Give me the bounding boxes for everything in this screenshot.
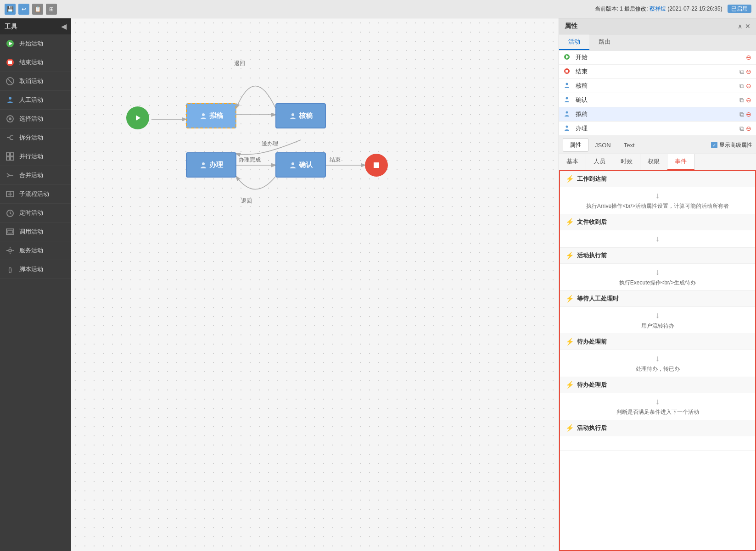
sidebar-item-label-start: 开始活动 xyxy=(19,39,43,48)
activity-nizao-delete[interactable]: ⊖ xyxy=(746,111,751,118)
svg-rect-39 xyxy=(374,162,379,168)
version-info: 当前版本: 1 最后修改: 蔡祥煜 (2021-07-22 15:26:35) … xyxy=(595,5,751,13)
sidebar-item-service[interactable]: 服务活动 xyxy=(0,241,71,260)
event-wait-manual-arrow[interactable]: ↓ xyxy=(655,311,660,320)
activity-item-end[interactable]: 结束 ⧉ ⊖ xyxy=(559,65,756,79)
sidebar-item-subprocess[interactable]: 子流程活动 xyxy=(0,185,71,204)
svg-point-38 xyxy=(291,162,294,165)
script-activity-icon: {} xyxy=(6,265,15,274)
sidebar-item-label-merge: 合并活动 xyxy=(19,171,43,179)
event-section-execute-before: ⚡ 活动执行前 ↓ 执行Execute操作<br/>生成待办 xyxy=(560,248,755,291)
sidebar-item-split[interactable]: 拆分活动 xyxy=(0,128,71,147)
activity-start-name: 开始 xyxy=(576,53,742,61)
activity-start-delete[interactable]: ⊖ xyxy=(746,54,751,61)
event-todo-after-arrow[interactable]: ↓ xyxy=(655,397,660,406)
event-execute-before-arrow[interactable]: ↓ xyxy=(655,267,660,277)
activity-queren-copy[interactable]: ⧉ xyxy=(739,96,744,104)
sidebar-item-parallel[interactable]: 并行活动 xyxy=(0,147,71,166)
sidebar-item-cancel[interactable]: 取消活动 xyxy=(0,72,71,91)
sidebar-item-call[interactable]: 调用活动 xyxy=(0,223,71,241)
activity-item-nizao[interactable]: 拟稿 ⧉ ⊖ xyxy=(559,107,756,122)
activity-hesao-delete[interactable]: ⊖ xyxy=(746,82,751,90)
service-activity-icon xyxy=(6,246,15,255)
version-author[interactable]: 蔡祥煜 xyxy=(650,6,666,12)
sidebar-item-label-cancel: 取消活动 xyxy=(19,77,43,85)
svg-line-19 xyxy=(7,175,10,177)
show-advanced-checkbox[interactable]: ✓ xyxy=(711,142,717,148)
event-arrive-before-arrow[interactable]: ↓ xyxy=(655,191,660,200)
arrow-label-jieshu: 结束 xyxy=(330,156,341,164)
tab-route[interactable]: 路由 xyxy=(589,34,620,50)
sub-tab-properties[interactable]: 属性 xyxy=(563,138,588,152)
sidebar-item-label-script: 脚本活动 xyxy=(19,265,43,273)
sidebar-item-human[interactable]: 人工活动 xyxy=(0,91,71,110)
activity-item-banli[interactable]: 办理 ⧉ ⊖ xyxy=(559,122,756,136)
close-icon[interactable]: ✕ xyxy=(745,22,750,30)
svg-rect-43 xyxy=(566,70,568,72)
activity-banli-name: 办理 xyxy=(576,124,736,133)
detail-tab-time[interactable]: 时效 xyxy=(613,154,640,170)
activity-queren-name: 确认 xyxy=(576,96,736,104)
activity-item-queren[interactable]: 确认 ⧉ ⊖ xyxy=(559,93,756,107)
sidebar-item-label-end: 结束活动 xyxy=(19,58,43,67)
collapse-icon[interactable]: ∧ xyxy=(738,22,742,30)
node-end[interactable] xyxy=(365,154,388,177)
undo-icon[interactable]: ↩ xyxy=(18,4,29,15)
tab-activity[interactable]: 活动 xyxy=(559,34,589,50)
detail-tab-staff[interactable]: 人员 xyxy=(586,154,613,170)
sidebar-item-label-split: 拆分活动 xyxy=(19,134,43,142)
event-arrive-before-desc: 执行Arrive操作<br/>活动属性设置，计算可能的活动所有者 xyxy=(586,202,729,210)
event-file-arrive-body: ↓ xyxy=(560,230,755,247)
detail-tab-basic[interactable]: 基本 xyxy=(559,154,586,170)
human-activity-icon xyxy=(6,95,15,105)
sidebar-item-script[interactable]: {} 脚本活动 xyxy=(0,260,71,279)
node-queren[interactable]: 确认 xyxy=(275,152,326,178)
activity-end-delete[interactable]: ⊖ xyxy=(746,68,751,76)
detail-tab-permission[interactable]: 权限 xyxy=(640,154,667,170)
event-file-arrive-arrow[interactable]: ↓ xyxy=(655,234,660,244)
sub-tab-text[interactable]: Text xyxy=(617,139,641,151)
show-advanced-toggle[interactable]: ✓ 显示高级属性 xyxy=(711,141,752,149)
node-start[interactable] xyxy=(126,106,149,129)
event-execute-before-desc: 执行Execute操作<br/>生成待办 xyxy=(619,279,696,287)
activity-item-start[interactable]: 开始 ⊖ xyxy=(559,50,756,65)
event-todo-before-header: ⚡ 待办处理前 xyxy=(560,334,755,350)
detail-tab-events[interactable]: 事件 xyxy=(667,154,694,170)
event-wait-manual-body: ↓ 用户流转待办 xyxy=(560,307,755,334)
svg-line-26 xyxy=(10,213,11,214)
sidebar-collapse-button[interactable]: ◀ xyxy=(61,22,67,31)
activity-banli-copy[interactable]: ⧉ xyxy=(739,125,744,133)
sidebar-item-merge[interactable]: 合并活动 xyxy=(0,166,71,185)
activity-item-hesao[interactable]: 核稿 ⧉ ⊖ xyxy=(559,79,756,93)
sub-tab-json[interactable]: JSON xyxy=(588,139,617,151)
sidebar-item-label-call: 调用活动 xyxy=(19,228,43,236)
node-banli[interactable]: 办理 xyxy=(186,152,236,178)
event-section-execute-after: ⚡ 活动执行后 xyxy=(560,420,755,451)
activity-list: 开始 ⊖ 结束 ⧉ ⊖ 核稿 xyxy=(559,50,756,136)
event-file-arrive-header: ⚡ 文件收到后 xyxy=(560,214,755,230)
activity-hesao-copy[interactable]: ⧉ xyxy=(739,82,744,90)
grid-icon[interactable]: ⊞ xyxy=(46,4,57,15)
arrow-label-tuihui1: 退回 xyxy=(234,60,245,67)
sidebar-item-select[interactable]: 选择活动 xyxy=(0,110,71,128)
activity-nizao-copy[interactable]: ⧉ xyxy=(739,111,744,118)
activity-banli-delete[interactable]: ⊖ xyxy=(746,125,751,133)
sidebar-item-timer[interactable]: 定时活动 xyxy=(0,204,71,223)
event-todo-before-arrow[interactable]: ↓ xyxy=(655,354,660,363)
lightning-icon-3: ⚡ xyxy=(566,251,574,260)
svg-point-8 xyxy=(9,117,11,120)
lightning-icon-4: ⚡ xyxy=(566,295,574,303)
save-icon[interactable]: 💾 xyxy=(5,4,16,15)
node-nizao[interactable]: 拟稿 xyxy=(186,103,236,128)
lightning-icon-7: ⚡ xyxy=(566,424,574,432)
properties-header: 属性 ∧ ✕ xyxy=(559,18,756,34)
canvas-area[interactable]: 送核稿 退回 送办理 办理完成 结束 退回 开始 拟稿 核稿 办理 确认 xyxy=(71,18,559,551)
sidebar-item-start[interactable]: 开始活动 xyxy=(0,34,71,53)
sidebar-item-end[interactable]: 结束活动 xyxy=(0,53,71,72)
svg-rect-17 xyxy=(11,157,14,160)
events-content: ⚡ 工作到达前 ↓ 执行Arrive操作<br/>活动属性设置，计算可能的活动所… xyxy=(559,170,756,551)
history-icon[interactable]: 📋 xyxy=(32,4,43,15)
node-hesao[interactable]: 核稿 xyxy=(275,103,326,128)
activity-end-copy[interactable]: ⧉ xyxy=(739,68,744,76)
activity-queren-delete[interactable]: ⊖ xyxy=(746,96,751,104)
